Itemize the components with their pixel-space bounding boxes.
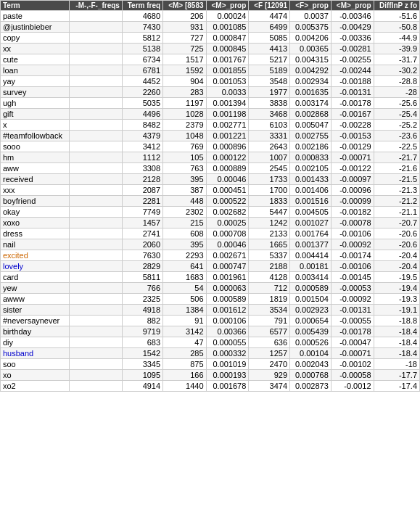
cell-diff: -20.6 xyxy=(374,239,419,250)
cell-m: 1683 xyxy=(163,272,206,283)
cell-mf-freqs xyxy=(70,11,122,22)
cell-f-prop: 0.0037 xyxy=(290,11,332,22)
cell-f-prop: 0.004505 xyxy=(290,207,332,218)
cell-f-prop: 0.001764 xyxy=(290,228,332,239)
cell-term-freq: 5812 xyxy=(122,33,162,44)
cell-term: awww xyxy=(1,294,70,305)
cell-m-prop: 0.00024 xyxy=(206,11,249,22)
cell-term-freq: 766 xyxy=(122,283,162,294)
cell-m-prop: 0.002671 xyxy=(206,250,249,261)
cell-term-freq: 1095 xyxy=(122,370,162,381)
cell-term: yay xyxy=(1,76,70,87)
cell-m: 1197 xyxy=(163,98,206,109)
cell-term: husband xyxy=(1,348,70,359)
cell-term: birthday xyxy=(1,326,70,337)
cell-mf-freqs xyxy=(70,22,122,33)
col-f-prop: <F>_prop xyxy=(290,1,332,11)
cell-m: 875 xyxy=(163,359,206,370)
cell-term-freq: 2087 xyxy=(122,185,162,196)
cell-m: 206 xyxy=(163,11,206,22)
cell-term-freq: 2829 xyxy=(122,261,162,272)
cell-f-prop: 0.002105 xyxy=(290,163,332,174)
cell-term: received xyxy=(1,174,70,185)
table-row: awww23255060.00058918190.001504-0.00092-… xyxy=(1,294,420,305)
cell-term-freq: 6781 xyxy=(122,65,162,76)
cell-mf-freqs xyxy=(70,76,122,87)
table-row: hm11121050.00012210070.000833-0.00071-21… xyxy=(1,152,420,163)
cell-diff: -21.6 xyxy=(374,163,419,174)
cell-f: 3548 xyxy=(249,76,290,87)
cell-term: okay xyxy=(1,207,70,218)
cell-m-prop2: -0.00281 xyxy=(331,44,374,54)
cell-m-prop2: -0.00071 xyxy=(331,348,374,359)
cell-mf-freqs xyxy=(70,163,122,174)
cell-term: excited xyxy=(1,250,70,261)
cell-f: 2545 xyxy=(249,163,290,174)
cell-f: 3474 xyxy=(249,381,290,392)
cell-diff: -25.2 xyxy=(374,120,419,131)
cell-m-prop: 0.000063 xyxy=(206,283,249,294)
cell-term: loan xyxy=(1,65,70,76)
table-row: paste46802060.0002444740.0037-0.00346-51… xyxy=(1,11,420,22)
cell-f: 3534 xyxy=(249,305,290,316)
cell-m-prop: 0.000896 xyxy=(206,141,249,152)
cell-mf-freqs xyxy=(70,218,122,228)
cell-m-prop2: -0.00188 xyxy=(331,76,374,87)
cell-m: 166 xyxy=(163,370,206,381)
cell-m-prop: 0.001053 xyxy=(206,76,249,87)
cell-term-freq: 2281 xyxy=(122,196,162,207)
cell-m: 769 xyxy=(163,141,206,152)
table-row: @justinbieber74309310.00108564990.005375… xyxy=(1,22,420,33)
cell-f: 1665 xyxy=(249,239,290,250)
cell-m: 395 xyxy=(163,239,206,250)
cell-m: 1048 xyxy=(163,131,206,141)
cell-m-prop: 0.000889 xyxy=(206,163,249,174)
cell-mf-freqs xyxy=(70,337,122,348)
cell-mf-freqs xyxy=(70,283,122,294)
cell-diff: -44.9 xyxy=(374,33,419,44)
cell-mf-freqs xyxy=(70,174,122,185)
cell-f: 6499 xyxy=(249,22,290,33)
table-row: loan678115920.00185551890.004292-0.00244… xyxy=(1,65,420,76)
cell-m-prop2: -0.00228 xyxy=(331,120,374,131)
cell-f-prop: 0.002755 xyxy=(290,131,332,141)
cell-f-prop: 0.001516 xyxy=(290,196,332,207)
cell-mf-freqs xyxy=(70,65,122,76)
cell-m-prop2: -0.00178 xyxy=(331,326,374,337)
cell-f-prop: 0.001433 xyxy=(290,174,332,185)
table-row: nail20603950.0004616650.001377-0.00092-2… xyxy=(1,239,420,250)
cell-term-freq: 9719 xyxy=(122,326,162,337)
cell-mf-freqs xyxy=(70,359,122,370)
cell-m-prop: 0.000122 xyxy=(206,152,249,163)
table-row: lovely28296410.00074721880.00181-0.00106… xyxy=(1,261,420,272)
cell-term-freq: 8482 xyxy=(122,120,162,131)
cell-f-prop: 0.000768 xyxy=(290,370,332,381)
cell-m-prop: 0.00025 xyxy=(206,218,249,228)
cell-mf-freqs xyxy=(70,294,122,305)
cell-mf-freqs xyxy=(70,120,122,131)
cell-f-prop: 0.004414 xyxy=(290,250,332,261)
cell-f-prop: 0.000654 xyxy=(290,316,332,326)
cell-term-freq: 882 xyxy=(122,316,162,326)
table-row: survey22602830.003319770.001635-0.00131-… xyxy=(1,87,420,98)
cell-f: 3468 xyxy=(249,109,290,120)
cell-f: 5447 xyxy=(249,207,290,218)
cell-term: xo2 xyxy=(1,381,70,392)
cell-term: @justinbieber xyxy=(1,22,70,33)
cell-mf-freqs xyxy=(70,185,122,196)
cell-m: 2379 xyxy=(163,120,206,131)
cell-term: sooo xyxy=(1,141,70,152)
cell-m-prop: 0.001961 xyxy=(206,272,249,283)
cell-term: card xyxy=(1,272,70,283)
cell-m: 725 xyxy=(163,44,206,54)
cell-mf-freqs xyxy=(70,370,122,381)
cell-m-prop: 0.000847 xyxy=(206,33,249,44)
cell-mf-freqs xyxy=(70,381,122,392)
cell-f-prop: 0.005375 xyxy=(290,22,332,33)
cell-f-prop: 0.000833 xyxy=(290,152,332,163)
col-diff: DiffInP z fo xyxy=(374,1,419,11)
cell-m-prop: 0.001612 xyxy=(206,305,249,316)
cell-f: 5217 xyxy=(249,54,290,65)
cell-m-prop: 0.000193 xyxy=(206,370,249,381)
table-row: excited763022930.00267153370.004414-0.00… xyxy=(1,250,420,261)
